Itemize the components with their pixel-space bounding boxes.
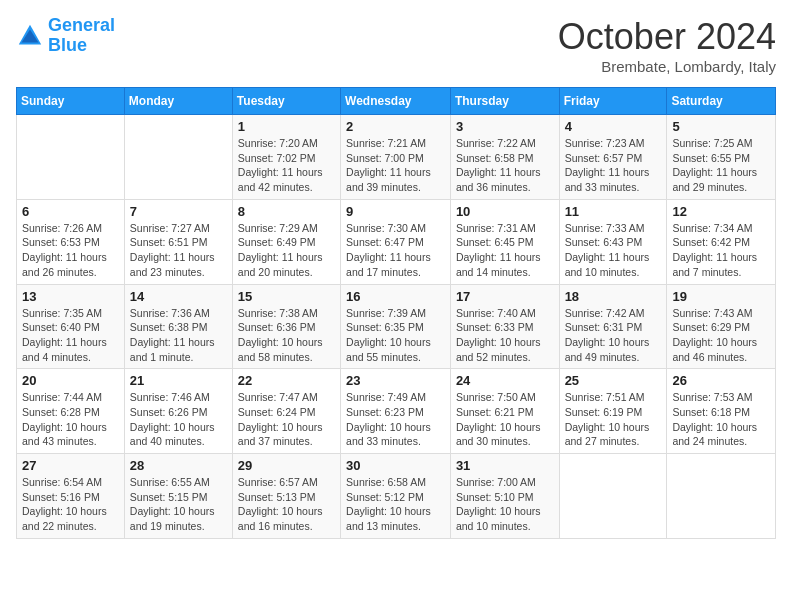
calendar-week-row: 20Sunrise: 7:44 AM Sunset: 6:28 PM Dayli… <box>17 369 776 454</box>
day-number: 9 <box>346 204 445 219</box>
day-number: 8 <box>238 204 335 219</box>
day-info: Sunrise: 7:25 AM Sunset: 6:55 PM Dayligh… <box>672 136 770 195</box>
calendar-cell: 6Sunrise: 7:26 AM Sunset: 6:53 PM Daylig… <box>17 199 125 284</box>
day-info: Sunrise: 7:39 AM Sunset: 6:35 PM Dayligh… <box>346 306 445 365</box>
day-info: Sunrise: 7:31 AM Sunset: 6:45 PM Dayligh… <box>456 221 554 280</box>
location-subtitle: Brembate, Lombardy, Italy <box>558 58 776 75</box>
day-info: Sunrise: 7:33 AM Sunset: 6:43 PM Dayligh… <box>565 221 662 280</box>
day-of-week-header: Sunday <box>17 88 125 115</box>
day-number: 3 <box>456 119 554 134</box>
day-number: 1 <box>238 119 335 134</box>
day-info: Sunrise: 7:22 AM Sunset: 6:58 PM Dayligh… <box>456 136 554 195</box>
calendar-cell: 19Sunrise: 7:43 AM Sunset: 6:29 PM Dayli… <box>667 284 776 369</box>
day-of-week-header: Tuesday <box>232 88 340 115</box>
day-of-week-header: Thursday <box>450 88 559 115</box>
calendar-cell: 20Sunrise: 7:44 AM Sunset: 6:28 PM Dayli… <box>17 369 125 454</box>
calendar-cell: 1Sunrise: 7:20 AM Sunset: 7:02 PM Daylig… <box>232 115 340 200</box>
calendar-cell: 24Sunrise: 7:50 AM Sunset: 6:21 PM Dayli… <box>450 369 559 454</box>
day-number: 23 <box>346 373 445 388</box>
calendar-cell: 21Sunrise: 7:46 AM Sunset: 6:26 PM Dayli… <box>124 369 232 454</box>
day-info: Sunrise: 7:36 AM Sunset: 6:38 PM Dayligh… <box>130 306 227 365</box>
day-info: Sunrise: 7:23 AM Sunset: 6:57 PM Dayligh… <box>565 136 662 195</box>
day-number: 24 <box>456 373 554 388</box>
logo-icon <box>16 22 44 50</box>
day-number: 4 <box>565 119 662 134</box>
day-number: 31 <box>456 458 554 473</box>
calendar-week-row: 13Sunrise: 7:35 AM Sunset: 6:40 PM Dayli… <box>17 284 776 369</box>
calendar-table: SundayMondayTuesdayWednesdayThursdayFrid… <box>16 87 776 539</box>
month-title: October 2024 <box>558 16 776 58</box>
calendar-cell: 2Sunrise: 7:21 AM Sunset: 7:00 PM Daylig… <box>341 115 451 200</box>
calendar-cell: 17Sunrise: 7:40 AM Sunset: 6:33 PM Dayli… <box>450 284 559 369</box>
day-info: Sunrise: 7:27 AM Sunset: 6:51 PM Dayligh… <box>130 221 227 280</box>
day-number: 17 <box>456 289 554 304</box>
calendar-cell: 22Sunrise: 7:47 AM Sunset: 6:24 PM Dayli… <box>232 369 340 454</box>
calendar-cell: 30Sunrise: 6:58 AM Sunset: 5:12 PM Dayli… <box>341 454 451 539</box>
day-number: 18 <box>565 289 662 304</box>
calendar-week-row: 27Sunrise: 6:54 AM Sunset: 5:16 PM Dayli… <box>17 454 776 539</box>
calendar-cell: 18Sunrise: 7:42 AM Sunset: 6:31 PM Dayli… <box>559 284 667 369</box>
day-number: 21 <box>130 373 227 388</box>
day-info: Sunrise: 7:42 AM Sunset: 6:31 PM Dayligh… <box>565 306 662 365</box>
calendar-cell: 16Sunrise: 7:39 AM Sunset: 6:35 PM Dayli… <box>341 284 451 369</box>
day-number: 2 <box>346 119 445 134</box>
calendar-week-row: 6Sunrise: 7:26 AM Sunset: 6:53 PM Daylig… <box>17 199 776 284</box>
day-number: 13 <box>22 289 119 304</box>
calendar-cell: 11Sunrise: 7:33 AM Sunset: 6:43 PM Dayli… <box>559 199 667 284</box>
calendar-week-row: 1Sunrise: 7:20 AM Sunset: 7:02 PM Daylig… <box>17 115 776 200</box>
day-number: 12 <box>672 204 770 219</box>
calendar-header: SundayMondayTuesdayWednesdayThursdayFrid… <box>17 88 776 115</box>
calendar-cell: 10Sunrise: 7:31 AM Sunset: 6:45 PM Dayli… <box>450 199 559 284</box>
day-info: Sunrise: 6:57 AM Sunset: 5:13 PM Dayligh… <box>238 475 335 534</box>
page-header: General Blue October 2024 Brembate, Lomb… <box>16 16 776 75</box>
day-info: Sunrise: 7:38 AM Sunset: 6:36 PM Dayligh… <box>238 306 335 365</box>
day-number: 10 <box>456 204 554 219</box>
calendar-cell: 14Sunrise: 7:36 AM Sunset: 6:38 PM Dayli… <box>124 284 232 369</box>
day-of-week-header: Friday <box>559 88 667 115</box>
day-number: 5 <box>672 119 770 134</box>
day-info: Sunrise: 6:54 AM Sunset: 5:16 PM Dayligh… <box>22 475 119 534</box>
day-info: Sunrise: 6:55 AM Sunset: 5:15 PM Dayligh… <box>130 475 227 534</box>
day-info: Sunrise: 7:46 AM Sunset: 6:26 PM Dayligh… <box>130 390 227 449</box>
day-info: Sunrise: 6:58 AM Sunset: 5:12 PM Dayligh… <box>346 475 445 534</box>
calendar-body: 1Sunrise: 7:20 AM Sunset: 7:02 PM Daylig… <box>17 115 776 539</box>
day-number: 11 <box>565 204 662 219</box>
day-info: Sunrise: 7:40 AM Sunset: 6:33 PM Dayligh… <box>456 306 554 365</box>
calendar-cell: 8Sunrise: 7:29 AM Sunset: 6:49 PM Daylig… <box>232 199 340 284</box>
calendar-cell: 27Sunrise: 6:54 AM Sunset: 5:16 PM Dayli… <box>17 454 125 539</box>
calendar-cell: 4Sunrise: 7:23 AM Sunset: 6:57 PM Daylig… <box>559 115 667 200</box>
day-number: 27 <box>22 458 119 473</box>
day-info: Sunrise: 7:50 AM Sunset: 6:21 PM Dayligh… <box>456 390 554 449</box>
day-info: Sunrise: 7:29 AM Sunset: 6:49 PM Dayligh… <box>238 221 335 280</box>
calendar-cell: 31Sunrise: 7:00 AM Sunset: 5:10 PM Dayli… <box>450 454 559 539</box>
day-number: 7 <box>130 204 227 219</box>
day-number: 19 <box>672 289 770 304</box>
calendar-cell: 5Sunrise: 7:25 AM Sunset: 6:55 PM Daylig… <box>667 115 776 200</box>
day-info: Sunrise: 7:20 AM Sunset: 7:02 PM Dayligh… <box>238 136 335 195</box>
day-info: Sunrise: 7:44 AM Sunset: 6:28 PM Dayligh… <box>22 390 119 449</box>
calendar-cell <box>559 454 667 539</box>
day-number: 25 <box>565 373 662 388</box>
calendar-cell <box>667 454 776 539</box>
day-info: Sunrise: 7:00 AM Sunset: 5:10 PM Dayligh… <box>456 475 554 534</box>
day-info: Sunrise: 7:49 AM Sunset: 6:23 PM Dayligh… <box>346 390 445 449</box>
calendar-cell <box>17 115 125 200</box>
day-of-week-header: Saturday <box>667 88 776 115</box>
calendar-cell: 9Sunrise: 7:30 AM Sunset: 6:47 PM Daylig… <box>341 199 451 284</box>
logo-line1: General <box>48 15 115 35</box>
day-info: Sunrise: 7:21 AM Sunset: 7:00 PM Dayligh… <box>346 136 445 195</box>
day-of-week-header: Wednesday <box>341 88 451 115</box>
calendar-cell: 28Sunrise: 6:55 AM Sunset: 5:15 PM Dayli… <box>124 454 232 539</box>
calendar-cell: 13Sunrise: 7:35 AM Sunset: 6:40 PM Dayli… <box>17 284 125 369</box>
day-number: 28 <box>130 458 227 473</box>
day-number: 20 <box>22 373 119 388</box>
logo-text: General Blue <box>48 16 115 56</box>
days-of-week-row: SundayMondayTuesdayWednesdayThursdayFrid… <box>17 88 776 115</box>
calendar-cell <box>124 115 232 200</box>
day-info: Sunrise: 7:47 AM Sunset: 6:24 PM Dayligh… <box>238 390 335 449</box>
calendar-cell: 15Sunrise: 7:38 AM Sunset: 6:36 PM Dayli… <box>232 284 340 369</box>
logo-line2: Blue <box>48 35 87 55</box>
calendar-cell: 23Sunrise: 7:49 AM Sunset: 6:23 PM Dayli… <box>341 369 451 454</box>
calendar-cell: 3Sunrise: 7:22 AM Sunset: 6:58 PM Daylig… <box>450 115 559 200</box>
day-info: Sunrise: 7:26 AM Sunset: 6:53 PM Dayligh… <box>22 221 119 280</box>
